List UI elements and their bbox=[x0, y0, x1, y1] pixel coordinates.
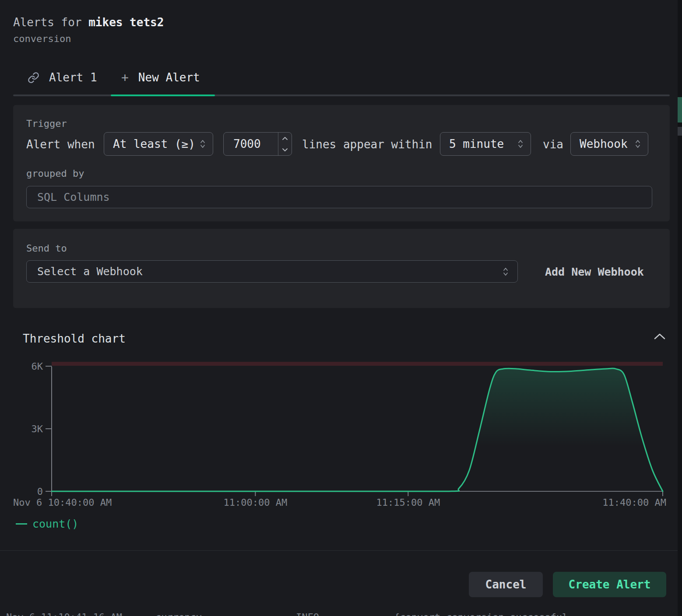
page-title: Alerts for mikes tets2 bbox=[13, 16, 164, 29]
clipped-log-fragment: currency bbox=[155, 612, 202, 616]
tab-alert-1-label: Alert 1 bbox=[49, 71, 97, 84]
threshold-chart-title: Threshold chart bbox=[23, 332, 126, 345]
send-to-panel: Send to Select a Webhook Add New Webhook bbox=[13, 229, 670, 308]
svg-text:0: 0 bbox=[37, 486, 43, 497]
svg-text:3K: 3K bbox=[32, 424, 43, 434]
background-green-fragment bbox=[678, 97, 682, 122]
comparator-select[interactable]: At least (≥) bbox=[104, 132, 213, 156]
svg-text:11:40:00 AM: 11:40:00 AM bbox=[602, 497, 666, 508]
footer-divider bbox=[0, 550, 682, 551]
trigger-panel: Trigger Alert when At least (≥) lines ap… bbox=[13, 105, 670, 221]
dataset-name: mikes tets2 bbox=[88, 16, 164, 29]
send-to-label: Send to bbox=[26, 243, 67, 254]
clipped-log-fragment: {convert conversion successful bbox=[394, 612, 568, 616]
via-label: via bbox=[543, 138, 563, 151]
dataset-subtitle: conversion bbox=[13, 33, 71, 44]
lines-appear-within-label: lines appear within bbox=[302, 138, 432, 151]
spinner-down-button[interactable] bbox=[278, 144, 292, 155]
grouped-by-input[interactable] bbox=[26, 186, 652, 208]
channel-value: Webhook bbox=[580, 137, 628, 150]
channel-select[interactable]: Webhook bbox=[570, 132, 648, 156]
background-gray-fragment bbox=[678, 127, 682, 136]
chevron-updown-icon bbox=[503, 266, 509, 277]
clipped-log-fragment: INFO bbox=[296, 612, 319, 616]
tab-new-alert[interactable]: + New Alert bbox=[121, 70, 200, 85]
trigger-section-label: Trigger bbox=[26, 118, 67, 129]
chevron-updown-icon bbox=[200, 139, 206, 149]
clipped-log-fragment: Nov 6 11:10:41.16 AM bbox=[6, 612, 122, 616]
background-clipped-log-row: Nov 6 11:10:41.16 AMcurrencyINFO{convert… bbox=[0, 612, 682, 616]
grouped-by-label: grouped by bbox=[26, 168, 84, 179]
threshold-chart: 03K6KNov 6 10:40:00 AM11:00:00 AM11:15:0… bbox=[0, 357, 682, 510]
chevron-updown-icon bbox=[635, 139, 641, 149]
threshold-number-box bbox=[223, 132, 292, 156]
add-new-webhook-button[interactable]: Add New Webhook bbox=[545, 266, 644, 278]
svg-text:6K: 6K bbox=[32, 361, 43, 372]
comparator-value: At least (≥) bbox=[113, 137, 195, 150]
svg-text:11:15:00 AM: 11:15:00 AM bbox=[376, 497, 440, 508]
create-alert-button[interactable]: Create Alert bbox=[553, 572, 666, 597]
alert-when-label: Alert when bbox=[26, 138, 95, 151]
tab-underline-active bbox=[111, 94, 215, 96]
tab-alert-1[interactable]: Alert 1 bbox=[28, 70, 97, 85]
webhook-select[interactable]: Select a Webhook bbox=[26, 260, 518, 283]
webhook-select-placeholder: Select a Webhook bbox=[37, 265, 143, 278]
chart-legend: count() bbox=[16, 518, 78, 530]
plus-icon: + bbox=[121, 70, 129, 85]
spinner-up-button[interactable] bbox=[278, 133, 292, 144]
window-select[interactable]: 5 minute bbox=[440, 132, 531, 156]
number-spinner bbox=[278, 133, 292, 155]
window-value: 5 minute bbox=[449, 137, 504, 150]
chevron-updown-icon bbox=[517, 139, 524, 149]
chevron-up-icon bbox=[652, 332, 667, 341]
legend-series-label: count() bbox=[32, 518, 78, 530]
link-icon bbox=[28, 72, 39, 84]
svg-text:Nov 6 10:40:00 AM: Nov 6 10:40:00 AM bbox=[13, 497, 112, 508]
legend-line-swatch bbox=[16, 523, 27, 525]
collapse-section-button[interactable] bbox=[652, 332, 667, 341]
svg-text:11:00:00 AM: 11:00:00 AM bbox=[223, 497, 287, 508]
cancel-button[interactable]: Cancel bbox=[469, 572, 543, 597]
threshold-input[interactable] bbox=[224, 133, 278, 155]
background-right-sliver bbox=[678, 0, 682, 616]
tab-new-alert-label: New Alert bbox=[138, 71, 200, 84]
